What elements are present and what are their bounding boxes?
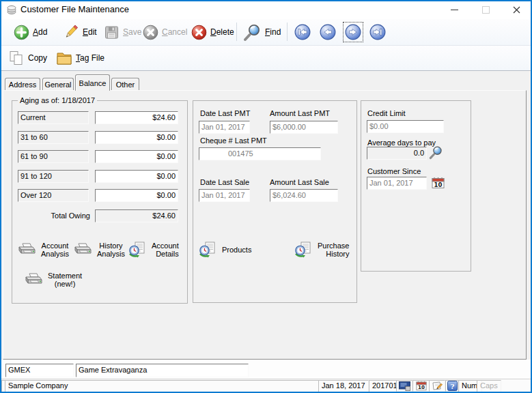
status-calendar-button[interactable]: 10	[412, 380, 430, 392]
aging-group: Aging as of: 1/18/2017 Current $24.60 31…	[12, 100, 188, 304]
main-toolbar: Add Edit Save Cancel Delete Find	[0, 19, 532, 46]
account-details-button[interactable]: AccountDetails	[128, 242, 179, 258]
payment-group: Date Last PMT Jan 01, 2017 Amount Last P…	[193, 100, 357, 303]
avg-days-magnifier-icon[interactable]	[429, 145, 443, 160]
nav-first-button[interactable]	[293, 23, 312, 42]
products-button[interactable]: Products	[199, 242, 251, 258]
svg-text:10: 10	[418, 384, 425, 390]
credit-group: Credit Limit $0.00 Average days to pay 0…	[361, 100, 471, 272]
maximize-button	[470, 0, 501, 19]
find-button-label: Find	[265, 27, 281, 37]
app-icon	[6, 4, 17, 15]
aging-value-current[interactable]: $24.60	[95, 111, 178, 124]
toolbar-separator	[236, 23, 237, 41]
find-magnifier-icon	[243, 23, 262, 42]
statement-label: Statement(new!)	[48, 272, 82, 288]
titlebar: Customer File Maintenance	[0, 0, 532, 20]
status-edit-note-button[interactable]	[429, 380, 445, 392]
nav-next-button[interactable]	[344, 23, 363, 42]
maximize-icon	[482, 6, 490, 14]
copy-icon	[8, 50, 25, 66]
status-bar: Sample Company Jan 18, 2017 201701 10 ? …	[0, 379, 532, 392]
status-caps-lock-indicator: Caps	[477, 380, 501, 392]
customer-since-label: Customer Since	[367, 167, 421, 175]
calendar-icon[interactable]: 10	[432, 177, 445, 189]
customer-name-field[interactable]: Game Extravaganza	[76, 364, 249, 377]
balance-tab-page: Aging as of: 1/18/2017 Current $24.60 31…	[3, 90, 527, 360]
save-button-label: Save	[123, 27, 141, 37]
edit-button[interactable]: Edit	[63, 19, 97, 45]
nav-last-icon	[369, 24, 386, 40]
cancel-button: Cancel	[143, 19, 187, 45]
date-last-pmt-label: Date Last PMT	[200, 109, 250, 117]
calendar-icon: 10	[416, 381, 427, 391]
account-analysis-label: AccountAnalysis	[41, 242, 69, 258]
credit-limit-field: $0.00	[367, 120, 444, 133]
clock-document-icon	[294, 242, 312, 258]
delete-icon	[191, 25, 207, 40]
cheque-last-pmt-label: Cheque # Last PMT	[200, 136, 267, 145]
svg-text:10: 10	[434, 181, 443, 188]
total-owing-label: Total Owing	[18, 212, 90, 220]
status-date-panel: Jan 18, 2017	[318, 380, 369, 392]
history-analysis-button[interactable]: HistoryAnalysis	[74, 242, 125, 258]
customer-code-field[interactable]: GMEX	[5, 364, 74, 377]
folder-icon	[56, 51, 72, 66]
customer-file-maintenance-window: Customer File Maintenance Add Edit Save …	[0, 0, 532, 393]
secondary-toolbar: Copy Tag File	[0, 46, 532, 71]
minimize-button[interactable]	[438, 0, 470, 19]
printer-icon	[74, 242, 92, 257]
aging-label-current: Current	[18, 111, 89, 124]
aging-value-over-120[interactable]: $0.00	[95, 189, 178, 202]
tab-other[interactable]: Other	[111, 78, 139, 90]
minimize-icon	[451, 10, 458, 10]
tag-file-button-label: Tag File	[76, 53, 104, 63]
find-button[interactable]: Find	[243, 19, 281, 45]
history-analysis-label: HistoryAnalysis	[97, 242, 125, 258]
amount-last-sale-label: Amount Last Sale	[270, 178, 329, 186]
delete-button-label: Delete	[210, 27, 234, 37]
tab-balance[interactable]: Balance	[75, 74, 110, 91]
aging-value-31-60[interactable]: $0.00	[95, 131, 178, 144]
printer-icon	[25, 272, 42, 287]
aging-label-61-90: 61 to 90	[18, 150, 89, 163]
add-button[interactable]: Add	[14, 19, 47, 45]
purchase-history-label: PurchaseHistory	[318, 242, 349, 258]
close-icon	[513, 6, 520, 14]
avg-days-to-pay-label: Average days to pay	[367, 139, 436, 147]
nav-previous-button[interactable]	[318, 23, 337, 42]
status-help-button[interactable]: ?	[445, 380, 460, 392]
status-computer-button[interactable]	[396, 380, 412, 392]
clock-document-icon	[199, 242, 216, 258]
amount-last-pmt-field: $6,000.00	[270, 121, 338, 134]
aging-value-61-90[interactable]: $0.00	[95, 150, 178, 163]
status-company-panel: Sample Company	[5, 380, 319, 392]
toolbar-separator	[287, 23, 288, 41]
copy-button[interactable]: Copy	[8, 46, 47, 70]
cancel-button-label: Cancel	[162, 27, 187, 37]
credit-limit-label: Credit Limit	[367, 109, 406, 117]
aging-label-91-120: 91 to 120	[18, 170, 89, 183]
edit-button-label: Edit	[83, 27, 97, 37]
nav-last-button[interactable]	[368, 23, 387, 42]
delete-button[interactable]: Delete	[191, 19, 234, 45]
purchase-history-button[interactable]: PurchaseHistory	[294, 242, 349, 258]
avg-days-to-pay-field: 0.0	[367, 147, 427, 160]
tab-general[interactable]: General	[42, 78, 74, 90]
save-floppy-icon	[104, 25, 120, 40]
form-area: Address General Balance Other Aging as o…	[0, 71, 532, 379]
note-pencil-icon	[432, 381, 443, 391]
aging-value-91-120[interactable]: $0.00	[95, 170, 178, 183]
window-title: Customer File Maintenance	[20, 0, 129, 19]
svg-text:?: ?	[451, 383, 455, 390]
total-owing-value: $24.60	[95, 209, 178, 222]
statement-button[interactable]: Statement(new!)	[25, 272, 82, 288]
cheque-last-pmt-field: 001475	[199, 147, 321, 160]
tag-file-button[interactable]: Tag File	[56, 46, 104, 70]
aging-label-over-120: Over 120	[18, 189, 89, 202]
tab-address[interactable]: Address	[5, 78, 40, 90]
close-button[interactable]	[501, 0, 532, 19]
account-analysis-button[interactable]: AccountAnalysis	[18, 242, 69, 258]
add-icon	[14, 25, 29, 40]
customer-since-field: Jan 01, 2017	[367, 177, 427, 190]
